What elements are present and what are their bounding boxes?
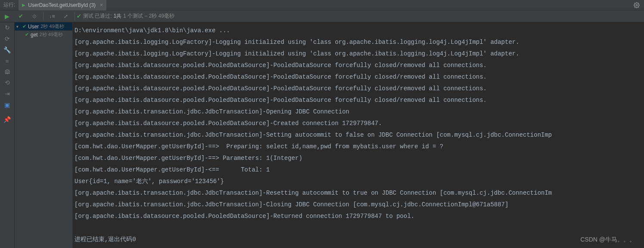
toggle-auto-icon[interactable]: ⟳ xyxy=(5,35,10,42)
play-icon: ▶ xyxy=(22,3,25,7)
close-icon[interactable]: × xyxy=(100,2,103,8)
wrench-icon[interactable]: 🔧 xyxy=(3,46,11,53)
top-tab-bar: 运行: ▶ UserDaoTest.getUserById (3) × xyxy=(0,0,644,10)
rerun-failed-icon[interactable]: ↻ xyxy=(5,24,10,31)
tree-child-name: get xyxy=(31,32,38,38)
test-toolbar: ▶ ✔ ⊘ ↓≡ ⤢ ✔ 测试 已通过: 1共 1 个测试 – 2秒 49毫秒 xyxy=(0,10,644,22)
console-text: D:\environment\java\jdk1.8\bin\java.exe … xyxy=(74,25,642,245)
check-icon: ✔ xyxy=(22,24,26,29)
layout-icon[interactable]: ▣ xyxy=(4,101,10,108)
chevron-down-icon: ▾ xyxy=(16,24,21,29)
stop-icon[interactable]: ■ xyxy=(5,58,9,64)
main-area: ↻ ⟳ 🔧 ■ ⟲ ⇥ ▣ 📌 ▾ ✔ User 2秒 49毫秒 ✔ get 2… xyxy=(0,22,644,248)
toggle-passed-button[interactable]: ✔ xyxy=(15,11,26,21)
export-icon[interactable]: ⇥ xyxy=(5,90,10,97)
tree-root-time: 2秒 49毫秒 xyxy=(40,23,64,30)
status-prefix: 测试 已通过: xyxy=(83,12,112,20)
status-suffix: 1 个测试 – 2秒 49毫秒 xyxy=(123,12,174,20)
tree-child-row[interactable]: ✔ get 2秒 49毫秒 xyxy=(15,31,72,39)
tree-child-time: 2秒 49毫秒 xyxy=(40,31,63,38)
check-icon: ✔ xyxy=(25,32,29,37)
expand-button[interactable]: ⤢ xyxy=(61,11,71,21)
sort-button[interactable]: ↓≡ xyxy=(47,11,57,21)
rerun-button[interactable]: ▶ xyxy=(2,11,12,21)
divider xyxy=(43,12,43,20)
camera-icon[interactable] xyxy=(4,69,10,75)
divider xyxy=(74,12,75,20)
toggle-ignored-button[interactable]: ⊘ xyxy=(29,11,40,21)
pin-icon[interactable]: 📌 xyxy=(3,116,11,123)
tree-root-name: User xyxy=(28,24,39,30)
test-status: ✔ 测试 已通过: 1共 1 个测试 – 2秒 49毫秒 xyxy=(77,12,174,20)
run-tab[interactable]: ▶ UserDaoTest.getUserById (3) × xyxy=(19,0,106,10)
left-icon-column: ↻ ⟳ 🔧 ■ ⟲ ⇥ ▣ 📌 xyxy=(0,22,15,248)
run-label: 运行: xyxy=(0,1,19,9)
tree-root-row[interactable]: ▾ ✔ User 2秒 49毫秒 xyxy=(15,22,72,31)
svg-point-0 xyxy=(636,4,638,6)
watermark: CSDN @牛马。。。 xyxy=(580,236,635,244)
history-icon[interactable]: ⟲ xyxy=(5,79,10,86)
tab-title: UserDaoTest.getUserById (3) xyxy=(28,2,96,8)
test-tree: ▾ ✔ User 2秒 49毫秒 ✔ get 2秒 49毫秒 xyxy=(15,22,73,248)
gear-icon[interactable] xyxy=(634,2,640,8)
console-output[interactable]: D:\environment\java\jdk1.8\bin\java.exe … xyxy=(73,22,644,248)
check-icon: ✔ xyxy=(77,13,81,19)
status-count: 1共 xyxy=(114,12,122,20)
